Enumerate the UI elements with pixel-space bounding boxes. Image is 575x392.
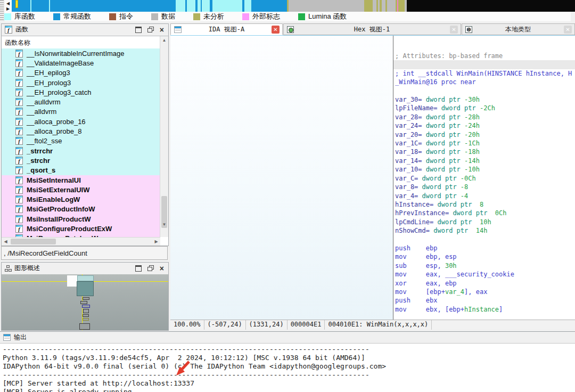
- disassembly-line[interactable]: [395, 235, 575, 244]
- column-header-function-name[interactable]: 函数名称: [2, 36, 168, 48]
- function-row[interactable]: fMsiInstallProductW: [2, 214, 160, 224]
- output-panel-header[interactable]: 输出: [0, 332, 575, 342]
- vertical-scrollbar[interactable]: ▲ ▼: [160, 36, 168, 237]
- scroll-right-icon[interactable]: ▶: [152, 238, 160, 246]
- functions-panel-header[interactable]: f 函数 ×: [2, 24, 168, 35]
- graph-overview-header[interactable]: 图形概述 ×: [2, 263, 168, 274]
- disassembly-line[interactable]: [395, 87, 575, 95]
- legend-label: 数据: [161, 12, 175, 21]
- function-row[interactable]: f__aulldvrm: [2, 97, 160, 107]
- disassembly-line[interactable]: var_14= dword ptr -14h: [395, 157, 575, 165]
- maximize-icon[interactable]: [135, 27, 142, 33]
- output-line: [MCP] Server is already running: [3, 388, 575, 392]
- float-window-icon[interactable]: [147, 27, 154, 32]
- disassembly-line[interactable]: var_30= dword ptr -30h: [395, 95, 575, 104]
- disassembly-line[interactable]: lpCmdLine= dword ptr 10h: [395, 218, 575, 226]
- navband-color-strip[interactable]: [12, 0, 575, 12]
- disassembly-line[interactable]: xor eax, ebp: [395, 279, 575, 288]
- disassembly-line[interactable]: var_10= dword ptr -10h: [395, 165, 575, 174]
- function-row[interactable]: f__EH_epilog3: [2, 68, 160, 78]
- function-row[interactable]: f_strrchr: [2, 146, 160, 156]
- close-icon[interactable]: ×: [160, 265, 164, 272]
- disassembly-line[interactable]: var_18= dword ptr -18h: [395, 148, 575, 156]
- scrollbar-thumb[interactable]: [11, 239, 56, 244]
- function-row[interactable]: fMsiEnableLogW: [2, 194, 160, 204]
- disassembly-line[interactable]: var_8= dword ptr -8: [395, 183, 575, 191]
- horizontal-scrollbar[interactable]: ◀ ▶: [2, 237, 160, 246]
- scroll-down-icon[interactable]: ▼: [160, 220, 168, 228]
- ida-pro-window: ◀ ▶ 库函数常规函数指令数据未分析外部标志Lumina 函数 f 函数 × 函…: [0, 0, 575, 392]
- function-row[interactable]: f__alldvrm: [2, 107, 160, 117]
- disassembly-line[interactable]: _WinMain@16 proc near: [395, 78, 575, 86]
- close-icon[interactable]: ×: [160, 27, 164, 33]
- close-tab-icon[interactable]: ✕: [272, 26, 280, 34]
- function-row[interactable]: f_qsort_s: [2, 166, 160, 175]
- tab-hex-view-1[interactable]: Hex 视图-1 ✕: [283, 23, 461, 35]
- output-line: Python 3.11.9 (tags/v3.11.9:de54cf5, Apr…: [3, 354, 575, 362]
- navband-position-marker[interactable]: [15, 0, 18, 8]
- output-console[interactable]: ----------------------------------------…: [0, 343, 575, 392]
- maximize-icon[interactable]: [135, 265, 142, 272]
- navband-scroll-left-icon[interactable]: ◀: [5, 1, 11, 6]
- disassembly-line[interactable]: mov ebp, esp: [395, 252, 575, 261]
- disassembly-line[interactable]: ; Attributes: bp-based frame: [395, 52, 575, 60]
- function-icon: f: [15, 205, 23, 213]
- function-name: __ValidateImageBase: [27, 59, 94, 67]
- output-icon: [3, 334, 11, 341]
- navband-scroll-right-icon[interactable]: ▶: [5, 6, 11, 12]
- function-row[interactable]: f_strchr: [2, 156, 160, 165]
- disassembly-line[interactable]: hPrevInstance= dword ptr 0Ch: [395, 209, 575, 217]
- function-name: MsiEnableLogW: [27, 195, 80, 203]
- disassembly-line[interactable]: sub esp, 30h: [395, 262, 575, 270]
- graph-icon: [5, 265, 11, 272]
- close-tab-icon[interactable]: ✕: [450, 26, 458, 34]
- disassembly-line[interactable]: mov eax, ___security_cookie: [395, 270, 575, 279]
- function-row[interactable]: fMsiGetProductInfoW: [2, 205, 160, 214]
- disassembly-line[interactable]: lpFileName= dword ptr -2Ch: [395, 104, 575, 112]
- disassembly-line[interactable]: var_24= dword ptr -24h: [395, 121, 575, 130]
- function-row[interactable]: f__alloca_probe_8: [2, 126, 160, 136]
- graph-overview-canvas[interactable]: [2, 274, 168, 330]
- disassembly-line[interactable]: mov [ebp+var_4], eax: [395, 288, 575, 296]
- disassembly-node[interactable]: ; Attributes: bp-based frame ; int __std…: [393, 36, 575, 320]
- disassembly-line[interactable]: var_28= dword ptr -28h: [395, 113, 575, 121]
- viewport-rectangle[interactable]: [67, 275, 77, 287]
- scroll-up-icon[interactable]: ▲: [160, 36, 168, 44]
- disassembly-line[interactable]: [393, 60, 575, 69]
- function-icon: f: [15, 157, 23, 165]
- function-row[interactable]: f__alloca_probe_16: [2, 117, 160, 126]
- function-row[interactable]: fMsiSetExternalUIW: [2, 185, 160, 194]
- toolbar-drag-handle[interactable]: [0, 0, 4, 21]
- close-tab-icon[interactable]: ✕: [564, 26, 572, 34]
- code-token: var_1C=: [395, 140, 426, 147]
- function-row[interactable]: f__EH_prolog3: [2, 78, 160, 87]
- disassembly-line[interactable]: push ebx: [395, 296, 575, 305]
- function-row[interactable]: f__ValidateImageBase: [2, 58, 160, 68]
- function-row[interactable]: fMsiSetInternalUI: [2, 175, 160, 185]
- disassembly-line[interactable]: nShowCmd= dword ptr 14h: [395, 226, 575, 235]
- disassembly-line[interactable]: var_20= dword ptr -20h: [395, 130, 575, 139]
- scroll-left-icon[interactable]: ◀: [2, 238, 10, 246]
- disassembly-line[interactable]: var_1C= dword ptr -1Ch: [395, 139, 575, 148]
- navigation-band[interactable]: [0, 0, 575, 12]
- code-token: mov [ebp+: [395, 288, 445, 296]
- ida-view-graph-canvas[interactable]: ; Attributes: bp-based frame ; int __std…: [170, 35, 575, 320]
- function-row[interactable]: fMsiConfigureProductExW: [2, 224, 160, 233]
- tab-local-types[interactable]: 0 本地类型 ✕: [462, 23, 575, 35]
- disassembly-line[interactable]: var_4= dword ptr -4: [395, 192, 575, 200]
- disassembly-line[interactable]: var_C= dword ptr -0Ch: [395, 174, 575, 183]
- float-window-icon[interactable]: [147, 265, 154, 271]
- code-token: -8: [461, 183, 468, 191]
- disassembly-line[interactable]: ; int __stdcall WinMain(HINSTANCE hInsta…: [395, 69, 575, 78]
- tab-label: Hex 视图-1: [294, 25, 450, 34]
- disassembly-line[interactable]: push ebp: [395, 244, 575, 252]
- code-token: 14h: [476, 227, 488, 234]
- code-token: nShowCmd=: [395, 227, 433, 234]
- function-row[interactable]: f__ftol2_sse: [2, 136, 160, 146]
- function-row[interactable]: f__EH_prolog3_catch: [2, 87, 160, 97]
- disassembly-line[interactable]: mov ebx, [ebp+hInstance]: [395, 305, 575, 314]
- disassembly-line[interactable]: hInstance= dword ptr 8: [395, 200, 575, 209]
- code-token: dword ptr: [426, 96, 464, 103]
- tab-ida-view-a[interactable]: IDA 视图-A ✕: [170, 23, 283, 35]
- function-row[interactable]: f__IsNonwritableInCurrentImage: [2, 48, 160, 58]
